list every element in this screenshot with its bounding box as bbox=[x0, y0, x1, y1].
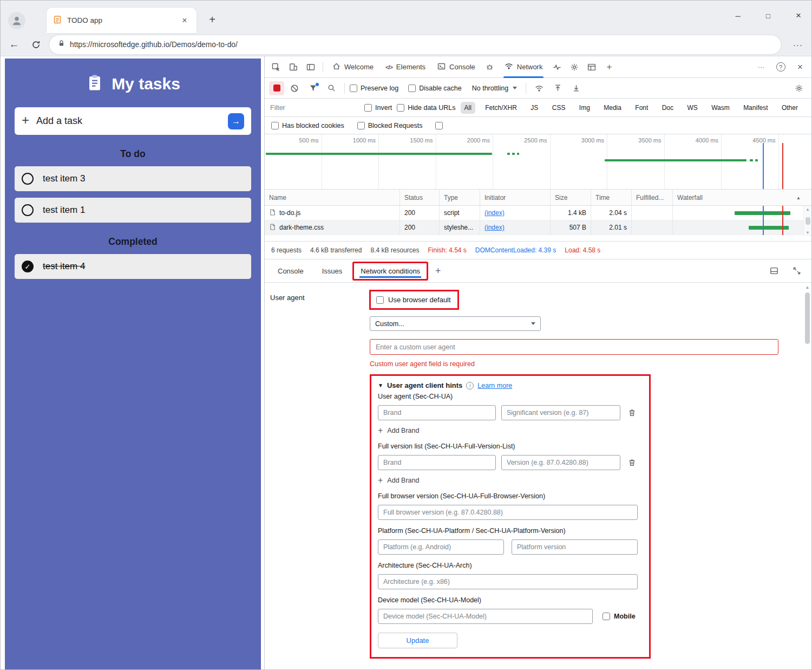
table-row[interactable]: dark-theme.css 200 styleshe... (index) 5… bbox=[265, 220, 811, 235]
add-drawer-tab-icon[interactable]: + bbox=[432, 265, 444, 277]
layout-panel-icon[interactable] bbox=[584, 60, 600, 75]
filter-toggle-icon[interactable] bbox=[305, 81, 321, 96]
search-icon[interactable] bbox=[323, 81, 339, 96]
tab-console[interactable]: Console bbox=[432, 56, 481, 78]
focus-panel-icon[interactable] bbox=[303, 60, 319, 75]
mobile-input[interactable] bbox=[603, 613, 610, 620]
initiator-link[interactable]: (index) bbox=[484, 224, 505, 231]
filter-type-doc[interactable]: Doc bbox=[658, 102, 677, 114]
column-header-waterfall[interactable]: Waterfall▲ bbox=[673, 190, 811, 205]
scroll-thumb[interactable] bbox=[805, 292, 810, 344]
update-button[interactable]: Update bbox=[378, 633, 457, 648]
add-brand-button[interactable]: + Add Brand bbox=[378, 476, 643, 485]
throttling-select[interactable]: No throttling bbox=[468, 84, 521, 92]
tab-close-icon[interactable]: × bbox=[179, 15, 190, 26]
dock-drawer-icon[interactable] bbox=[766, 263, 782, 278]
user-agent-select[interactable]: Custom... bbox=[370, 316, 541, 331]
export-har-icon[interactable] bbox=[568, 81, 584, 96]
import-har-icon[interactable] bbox=[549, 81, 566, 96]
inspect-icon[interactable] bbox=[268, 60, 284, 75]
filter-type-all[interactable]: All bbox=[461, 102, 475, 114]
has-blocked-cookies-checkbox[interactable]: Has blocked cookies bbox=[271, 122, 344, 129]
network-settings-gear-icon[interactable] bbox=[791, 81, 807, 96]
delete-brand-icon[interactable] bbox=[628, 408, 636, 417]
profile-avatar[interactable] bbox=[8, 12, 25, 29]
column-header-initiator[interactable]: Initiator bbox=[480, 190, 551, 205]
column-header-size[interactable]: Size bbox=[551, 190, 591, 205]
network-overview-timeline[interactable]: 500 ms 1000 ms 1500 ms 2000 ms 2500 ms 3… bbox=[265, 134, 811, 190]
full-browser-version-input[interactable] bbox=[378, 505, 638, 520]
maximize-button[interactable]: □ bbox=[761, 8, 776, 23]
hide-data-urls-checkbox[interactable]: Hide data URLs bbox=[397, 104, 455, 112]
filter-type-other[interactable]: Other bbox=[778, 102, 802, 114]
column-header-name[interactable]: Name bbox=[265, 190, 400, 205]
submit-task-button[interactable]: → bbox=[228, 113, 244, 129]
third-party-requests-checkbox[interactable] bbox=[435, 122, 446, 129]
custom-user-agent-input[interactable] bbox=[370, 339, 778, 355]
preserve-log-input[interactable] bbox=[350, 84, 357, 92]
third-party-requests-input[interactable] bbox=[435, 122, 443, 129]
scroll-up-icon[interactable]: ▲ bbox=[806, 207, 809, 212]
drawer-tab-network-conditions[interactable]: Network conditions bbox=[354, 263, 427, 279]
drawer-scrollbar[interactable]: ▲ bbox=[803, 283, 811, 669]
blocked-requests-checkbox[interactable]: Blocked Requests bbox=[357, 122, 423, 129]
filter-type-img[interactable]: Img bbox=[575, 102, 594, 114]
filter-type-ws[interactable]: WS bbox=[683, 102, 701, 114]
table-row[interactable]: to-do.js 200 script (index) 1.4 kB 2.04 … bbox=[265, 206, 811, 220]
column-header-fulfilled[interactable]: Fulfilled... bbox=[632, 190, 673, 205]
refresh-button[interactable] bbox=[28, 36, 44, 53]
invert-checkbox[interactable]: Invert bbox=[364, 104, 392, 112]
add-panel-icon[interactable]: + bbox=[601, 60, 617, 75]
browser-tab[interactable]: TODO app × bbox=[47, 8, 197, 33]
filter-type-font[interactable]: Font bbox=[631, 102, 652, 114]
address-bar[interactable]: https://microsoftedge.github.io/Demos/de… bbox=[49, 35, 781, 54]
minimize-button[interactable]: ─ bbox=[730, 8, 745, 23]
disable-cache-checkbox[interactable]: Disable cache bbox=[408, 84, 462, 92]
drawer-tab-console[interactable]: Console bbox=[271, 263, 310, 279]
debugger-icon[interactable] bbox=[482, 60, 498, 75]
full-version-input[interactable] bbox=[501, 455, 620, 470]
initiator-link[interactable]: (index) bbox=[484, 209, 505, 217]
mobile-checkbox[interactable]: Mobile bbox=[603, 613, 636, 620]
record-button[interactable] bbox=[269, 81, 284, 95]
delete-brand-icon[interactable] bbox=[628, 458, 636, 467]
column-header-status[interactable]: Status bbox=[400, 190, 440, 205]
scroll-down-icon[interactable]: ▼ bbox=[806, 230, 809, 235]
preserve-log-checkbox[interactable]: Preserve log bbox=[350, 84, 398, 92]
scroll-thumb[interactable] bbox=[806, 217, 810, 225]
filter-type-manifest[interactable]: Manifest bbox=[739, 102, 771, 114]
more-options-icon[interactable]: ··· bbox=[753, 60, 769, 75]
task-checkbox[interactable] bbox=[22, 173, 34, 185]
expand-drawer-icon[interactable] bbox=[789, 263, 805, 278]
network-conditions-icon[interactable] bbox=[531, 81, 547, 96]
close-devtools-icon[interactable]: × bbox=[792, 60, 808, 75]
filter-type-css[interactable]: CSS bbox=[548, 102, 569, 114]
help-icon[interactable]: ? bbox=[772, 60, 789, 75]
tab-network[interactable]: Network bbox=[499, 56, 548, 78]
filter-type-js[interactable]: JS bbox=[527, 102, 542, 114]
device-toolbar-icon[interactable] bbox=[285, 60, 302, 75]
add-task-field[interactable]: + Add a task → bbox=[15, 107, 251, 135]
filter-input[interactable] bbox=[270, 104, 359, 112]
clear-icon[interactable] bbox=[286, 81, 303, 96]
task-item[interactable]: test item 1 bbox=[15, 198, 251, 223]
table-scrollbar[interactable]: ▲ ▼ bbox=[803, 206, 811, 236]
hide-data-urls-input[interactable] bbox=[397, 104, 404, 112]
learn-more-link[interactable]: Learn more bbox=[477, 382, 512, 389]
filter-type-media[interactable]: Media bbox=[600, 102, 625, 114]
close-button[interactable]: × bbox=[791, 8, 806, 23]
tab-welcome[interactable]: Welcome bbox=[327, 56, 379, 78]
browser-menu-icon[interactable]: ··· bbox=[790, 36, 806, 53]
scroll-up-icon[interactable]: ▲ bbox=[806, 285, 810, 290]
drawer-tab-issues[interactable]: Issues bbox=[316, 263, 349, 279]
invert-input[interactable] bbox=[364, 104, 372, 112]
device-model-input[interactable] bbox=[378, 609, 593, 624]
task-item[interactable]: test item 3 bbox=[15, 166, 251, 191]
filter-type-wasm[interactable]: Wasm bbox=[708, 102, 734, 114]
has-blocked-cookies-input[interactable] bbox=[271, 122, 279, 129]
completed-task-item[interactable]: ✓ test item 4 bbox=[15, 254, 251, 279]
add-brand-button[interactable]: + Add Brand bbox=[378, 426, 643, 435]
settings-gear-icon[interactable] bbox=[566, 60, 582, 75]
filter-type-fetch[interactable]: Fetch/XHR bbox=[481, 102, 521, 114]
back-button[interactable]: ← bbox=[6, 36, 22, 53]
